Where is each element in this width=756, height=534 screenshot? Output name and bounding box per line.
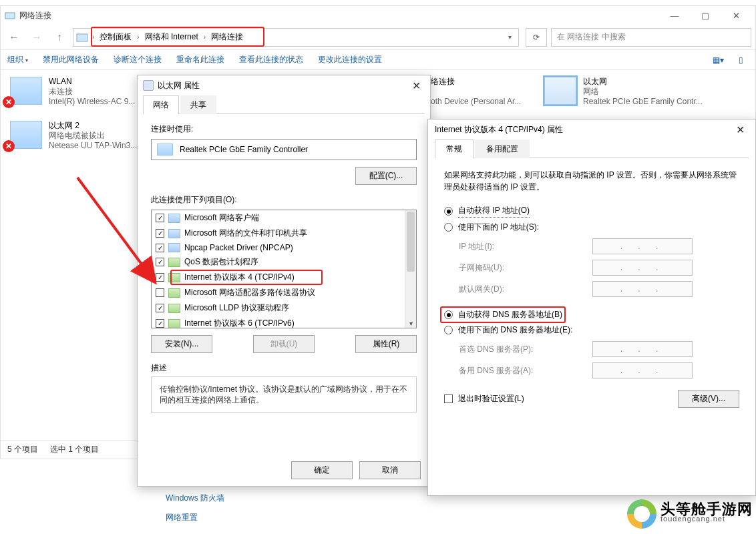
breadcrumb-item[interactable]: 网络和 Internet xyxy=(144,31,200,43)
checkbox[interactable]: ✓ xyxy=(156,304,164,312)
gateway-input: . . . xyxy=(592,281,693,297)
checkbox[interactable]: ✓ xyxy=(156,319,164,328)
radio-label: 自动获得 IP 地址(O) xyxy=(458,205,530,218)
protocol-icon xyxy=(168,258,180,267)
window-title: 网络连接 xyxy=(19,10,51,21)
close-button[interactable]: ✕ xyxy=(721,6,751,25)
subnet-mask-input: . . . xyxy=(592,260,693,276)
radio-icon xyxy=(444,326,453,334)
protocol-item[interactable]: ✓Microsoft 网络客户端 xyxy=(152,210,416,226)
titlebar: 网络连接 — ▢ ✕ xyxy=(1,6,755,25)
dns-manual-radio[interactable]: 使用下面的 DNS 服务器地址(E): xyxy=(444,324,739,336)
close-icon[interactable]: ✕ xyxy=(732,123,749,136)
dropdown-icon[interactable]: ▾ xyxy=(504,33,516,41)
tab-network[interactable]: 网络 xyxy=(143,95,179,114)
firewall-link[interactable]: Windows 防火墙 xyxy=(166,493,224,504)
radio-label: 使用下面的 DNS 服务器地址(E): xyxy=(458,324,572,336)
rename-connection[interactable]: 重命名此连接 xyxy=(176,54,224,65)
breadcrumb-item[interactable]: 控制面板 xyxy=(98,31,133,43)
protocol-label: Microsoft 网络的文件和打印机共享 xyxy=(184,228,307,239)
ok-button[interactable]: 确定 xyxy=(291,461,353,479)
network-reset-link[interactable]: 网络重置 xyxy=(166,512,224,523)
protocol-icon xyxy=(168,319,180,328)
diagnose-connection[interactable]: 诊断这个连接 xyxy=(114,54,162,65)
adapter-status: 未连接 xyxy=(49,87,135,97)
forward-button[interactable]: → xyxy=(27,28,46,47)
back-button[interactable]: ← xyxy=(5,28,23,47)
protocol-icon xyxy=(168,288,180,298)
protocol-item[interactable]: ✓Internet 协议版本 6 (TCP/IPv6) xyxy=(152,316,416,328)
adapter-ethernet[interactable]: 以太网 网络 Realtek PCIe GbE Family Contr... xyxy=(542,74,705,109)
up-button[interactable]: ↑ xyxy=(50,28,69,47)
protocol-label: QoS 数据包计划程序 xyxy=(184,256,258,268)
disable-device[interactable]: 禁用此网络设备 xyxy=(43,54,99,65)
settings-links: Windows 防火墙 网络重置 xyxy=(166,493,224,523)
advanced-button[interactable]: 高级(V)... xyxy=(678,390,739,408)
protocol-label: Microsoft LLDP 协议驱动程序 xyxy=(184,302,289,314)
breadcrumb-item[interactable]: 网络连接 xyxy=(210,31,244,43)
dns-auto-radio[interactable]: 自动获得 DNS 服务器地址(B) xyxy=(444,309,739,320)
protocol-icon xyxy=(168,273,180,282)
scrollbar[interactable]: ▾ xyxy=(405,210,416,328)
adapter-selector: Realtek PCIe GbE Family Controller xyxy=(151,139,417,160)
ip-auto-radio[interactable]: 自动获得 IP 地址(O) xyxy=(444,205,739,218)
checkbox[interactable] xyxy=(156,288,164,297)
protocol-item[interactable]: ✓QoS 数据包计划程序 xyxy=(152,254,416,270)
checkbox[interactable]: ✓ xyxy=(156,273,164,282)
view-options-icon[interactable]: ▦▾ xyxy=(710,53,726,67)
validate-label: 退出时验证设置(L) xyxy=(458,393,524,405)
organize-menu[interactable]: 组织 xyxy=(7,54,28,65)
radio-label: 自动获得 DNS 服务器地址(B) xyxy=(458,309,562,320)
adapter-bt[interactable]: 络连接 oth Device (Personal Ar... xyxy=(428,74,524,109)
protocol-item[interactable]: ✓Npcap Packet Driver (NPCAP) xyxy=(152,241,416,254)
close-icon[interactable]: ✕ xyxy=(408,79,425,92)
dialog-titlebar: 以太网 属性 ✕ xyxy=(138,75,430,95)
adapter-wlan[interactable]: ✕ WLAN 未连接 Intel(R) Wireless-AC 9... xyxy=(7,74,138,109)
view-status[interactable]: 查看此连接的状态 xyxy=(239,54,303,65)
adapter-name: 络连接 xyxy=(431,77,521,87)
adapter-device: Netease UU TAP-Win3... xyxy=(49,141,137,151)
properties-button[interactable]: 属性(R) xyxy=(355,335,417,353)
tab-sharing[interactable]: 共享 xyxy=(180,95,216,114)
adapter-name: 以太网 2 xyxy=(49,121,137,131)
ip-address-input: . . . xyxy=(592,238,693,254)
radio-label: 使用下面的 IP 地址(S): xyxy=(458,222,539,233)
dns2-label: 备用 DNS 服务器(A): xyxy=(459,365,592,376)
protocol-icon xyxy=(168,214,180,223)
description-label: 描述 xyxy=(151,362,417,374)
search-input[interactable]: 在 网络连接 中搜索 xyxy=(551,28,751,47)
checkbox[interactable]: ✓ xyxy=(156,244,164,252)
protocol-item[interactable]: ✓Internet 协议版本 4 (TCP/IPv4) xyxy=(152,270,416,285)
subnet-mask-label: 子网掩码(U): xyxy=(459,262,592,274)
ip-manual-radio[interactable]: 使用下面的 IP 地址(S): xyxy=(444,222,739,233)
address-bar[interactable]: › 控制面板 › 网络和 Internet › 网络连接 ▾ xyxy=(73,28,519,47)
cancel-button[interactable]: 取消 xyxy=(359,461,421,479)
protocol-item[interactable]: ✓Microsoft 网络的文件和打印机共享 xyxy=(152,226,416,241)
chevron-icon: › xyxy=(134,33,142,41)
command-bar: 组织 禁用此网络设备 诊断这个连接 重命名此连接 查看此连接的状态 更改此连接的… xyxy=(1,50,755,70)
tab-general[interactable]: 常规 xyxy=(435,140,474,158)
checkbox[interactable]: ✓ xyxy=(156,229,164,238)
checkbox[interactable]: ✓ xyxy=(156,258,164,266)
minimize-button[interactable]: — xyxy=(659,6,690,25)
change-settings[interactable]: 更改此连接的设置 xyxy=(318,54,382,65)
validate-checkbox[interactable] xyxy=(444,394,453,403)
ipv4-properties-dialog: Internet 协议版本 4 (TCP/IPv4) 属性 ✕ 常规 备用配置 … xyxy=(427,119,756,496)
chevron-icon: › xyxy=(201,33,208,41)
configure-button[interactable]: 配置(C)... xyxy=(355,167,417,185)
maximize-button[interactable]: ▢ xyxy=(690,6,721,25)
install-button[interactable]: 安装(N)... xyxy=(151,335,212,353)
item-count: 5 个项目 xyxy=(7,444,38,455)
adapter-device: Realtek PCIe GbE Family Contr... xyxy=(583,97,703,107)
checkbox[interactable]: ✓ xyxy=(156,214,164,222)
adapter-ethernet2[interactable]: ✕ 以太网 2 网络电缆被拔出 Netease UU TAP-Win3... xyxy=(7,118,140,154)
preview-pane-icon[interactable]: ▯ xyxy=(733,53,749,67)
protocol-list[interactable]: ✓Microsoft 网络客户端✓Microsoft 网络的文件和打印机共享✓N… xyxy=(151,210,417,328)
refresh-button[interactable]: ⟳ xyxy=(526,28,547,47)
selection-count: 选中 1 个项目 xyxy=(50,444,99,455)
protocol-item[interactable]: Microsoft 网络适配器多路传送器协议 xyxy=(152,285,416,300)
dns1-input: . . . xyxy=(592,341,693,357)
uninstall-button[interactable]: 卸载(U) xyxy=(253,335,315,353)
protocol-item[interactable]: ✓Microsoft LLDP 协议驱动程序 xyxy=(152,300,416,316)
tab-alternate[interactable]: 备用配置 xyxy=(475,140,530,158)
